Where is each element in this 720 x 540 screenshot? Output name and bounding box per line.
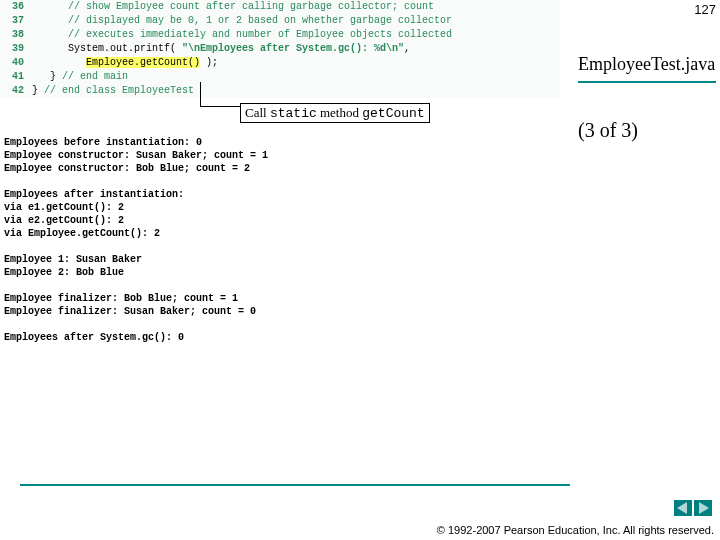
code-text: Employee.getCount() ); xyxy=(32,56,218,70)
page-number: 127 xyxy=(694,2,716,17)
line-number: 42 xyxy=(0,84,32,98)
line-number: 37 xyxy=(0,14,32,28)
code-text: } // end main xyxy=(32,70,128,84)
prev-button[interactable] xyxy=(674,500,692,516)
callout-mono-static: static xyxy=(270,106,317,121)
code-line: 39 System.out.printf( "\nEmployees after… xyxy=(0,42,560,56)
code-text: // show Employee count after calling gar… xyxy=(32,0,434,14)
code-text: } // end class EmployeeTest xyxy=(32,84,194,98)
callout-mono-getcount: getCount xyxy=(362,106,424,121)
line-number: 38 xyxy=(0,28,32,42)
nav-controls xyxy=(674,500,712,516)
bottom-divider xyxy=(20,484,570,486)
line-number: 36 xyxy=(0,0,32,14)
code-line: 37 // displayed may be 0, 1 or 2 based o… xyxy=(0,14,560,28)
code-text: System.out.printf( "\nEmployees after Sy… xyxy=(32,42,410,56)
program-output: Employees before instantiation: 0 Employ… xyxy=(0,130,568,350)
triangle-right-icon xyxy=(694,500,712,516)
callout-pre: Call xyxy=(245,105,270,120)
line-number: 40 xyxy=(0,56,32,70)
line-number: 41 xyxy=(0,70,32,84)
callout-mid: method xyxy=(317,105,363,120)
outline-page-indicator: (3 of 3) xyxy=(578,119,716,142)
svg-marker-0 xyxy=(677,502,687,514)
code-line: 40 Employee.getCount() ); xyxy=(0,56,560,70)
next-button[interactable] xyxy=(694,500,712,516)
code-block: 36 // show Employee count after calling … xyxy=(0,0,560,98)
copyright-text: © 1992-2007 Pearson Education, Inc. All … xyxy=(437,524,714,536)
side-divider xyxy=(578,81,716,83)
code-text: // displayed may be 0, 1 or 2 based on w… xyxy=(32,14,452,28)
triangle-left-icon xyxy=(674,500,692,516)
side-panel: EmployeeTest.java (3 of 3) xyxy=(578,54,716,142)
code-line: 41 } // end main xyxy=(0,70,560,84)
outline-title: EmployeeTest.java xyxy=(578,54,716,75)
code-line: 36 // show Employee count after calling … xyxy=(0,0,560,14)
code-text: // executes immediately and number of Em… xyxy=(32,28,452,42)
code-line: 42} // end class EmployeeTest xyxy=(0,84,560,98)
code-line: 38 // executes immediately and number of… xyxy=(0,28,560,42)
line-number: 39 xyxy=(0,42,32,56)
callout-box: Call static method getCount xyxy=(240,103,430,123)
svg-marker-1 xyxy=(699,502,709,514)
